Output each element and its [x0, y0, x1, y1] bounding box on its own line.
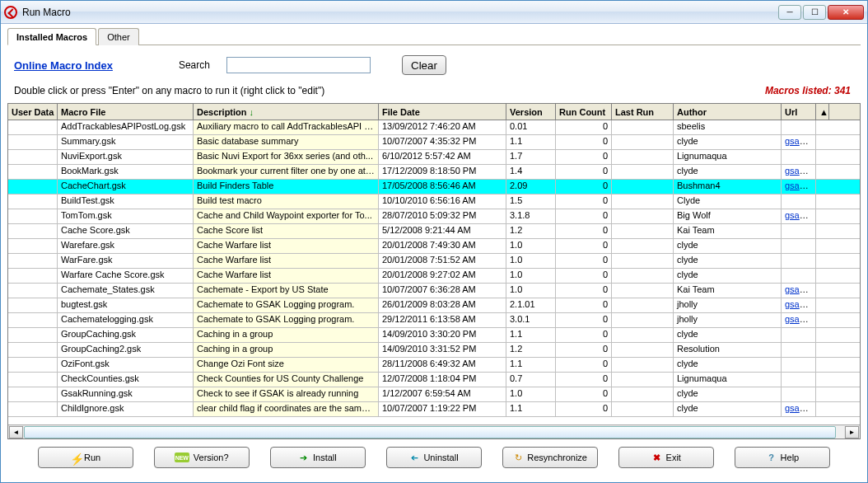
cell-author: Bushman4: [674, 180, 782, 194]
scroll-track[interactable]: [24, 426, 844, 438]
cell-macro-file: ChildIgnore.gsk: [58, 402, 194, 416]
grid-body[interactable]: AddTrackablesAPIPostLog.gskAuxiliary mac…: [8, 120, 860, 424]
col-file-date[interactable]: File Date: [379, 104, 506, 120]
table-row[interactable]: bugtest.gskCachemate to GSAK Logging pro…: [8, 298, 860, 313]
table-row[interactable]: ChildIgnore.gskclear child flag if coord…: [8, 402, 860, 417]
cell-last-run: [612, 195, 674, 209]
cell-last-run: [612, 387, 674, 401]
cell-version: 1.7: [506, 150, 556, 164]
cell-last-run: [612, 358, 674, 372]
table-row[interactable]: GroupCaching.gskCaching in a group14/09/…: [8, 328, 860, 343]
run-button[interactable]: ⚡Run: [38, 447, 133, 468]
table-row[interactable]: Cachematelogging.gskCachemate to GSAK Lo…: [8, 313, 860, 328]
table-row[interactable]: NuviExport.gskBasic Nuvi Export for 36xx…: [8, 150, 860, 165]
cell-description: Cache Warfare list: [194, 254, 379, 268]
x-icon: ✖: [652, 453, 662, 462]
tab-other[interactable]: Other: [98, 28, 139, 45]
close-button[interactable]: ✕: [828, 5, 864, 20]
cell-run-count: 0: [556, 224, 612, 238]
cell-description: Cachemate to GSAK Logging program.: [194, 313, 379, 327]
cell-run-count: 0: [556, 373, 612, 387]
col-run-count[interactable]: Run Count: [556, 104, 612, 120]
cell-author: clyde: [674, 402, 782, 416]
table-row[interactable]: OziFont.gskChange Ozi Font size28/11/200…: [8, 358, 860, 373]
cell-macro-file: WarFare.gsk: [58, 254, 194, 268]
url-link[interactable]: gsak.ne: [785, 284, 816, 294]
table-row[interactable]: GsakRunning.gskCheck to see if GSAK is a…: [8, 387, 860, 402]
cell-url: [782, 224, 816, 238]
minimize-button[interactable]: ─: [778, 5, 801, 20]
cell-description: Cachemate - Export by US State: [194, 284, 379, 298]
cell-description: Check Counties for US County Challenge: [194, 373, 379, 387]
cell-url: gsak.ne: [782, 313, 816, 327]
version-button[interactable]: NEWVersion?: [154, 447, 250, 468]
table-row[interactable]: BookMark.gskBookmark your current filter…: [8, 165, 860, 180]
col-url[interactable]: Url: [782, 104, 816, 120]
cell-version: 1.1: [506, 402, 556, 416]
cell-version: 1.1: [506, 328, 556, 342]
scroll-thumb[interactable]: [24, 426, 836, 438]
exit-button[interactable]: ✖Exit: [618, 447, 714, 468]
url-link[interactable]: gsak.ne: [785, 403, 816, 413]
table-row[interactable]: TomTom.gskCache and Child Waypoint expor…: [8, 209, 860, 224]
cell-url: gsak.ne: [782, 135, 816, 149]
uninstall-button[interactable]: ➔Uninstall: [386, 447, 482, 468]
url-link[interactable]: gsak.ne: [785, 166, 816, 176]
cell-url: [782, 254, 816, 268]
col-description[interactable]: Description↓: [194, 104, 379, 120]
window-title: Run Macro: [22, 7, 778, 18]
cell-user-data: [8, 135, 58, 149]
cell-macro-file: CacheChart.gsk: [58, 180, 194, 194]
cell-file-date: 29/12/2011 6:13:58 AM: [379, 313, 506, 327]
table-row[interactable]: WarFare.gskCache Warfare list20/01/2008 …: [8, 254, 860, 269]
cell-user-data: [8, 284, 58, 298]
table-row[interactable]: AddTrackablesAPIPostLog.gskAuxiliary mac…: [8, 120, 860, 135]
table-row[interactable]: Cachemate_States.gskCachemate - Export b…: [8, 284, 860, 298]
url-link[interactable]: gsak.ne: [785, 181, 816, 190]
table-row[interactable]: GroupCaching2.gskCaching in a group14/09…: [8, 343, 860, 358]
col-version[interactable]: Version: [506, 104, 556, 120]
url-link[interactable]: gsak.ne: [785, 136, 816, 146]
help-button[interactable]: ?Help: [735, 447, 830, 468]
col-macro-file[interactable]: Macro File: [58, 104, 194, 120]
table-row[interactable]: CacheChart.gskBuild Finders Table17/05/2…: [8, 180, 860, 195]
search-input[interactable]: [226, 57, 371, 73]
col-author[interactable]: Author: [674, 104, 782, 120]
maximize-button[interactable]: ☐: [803, 5, 826, 20]
cell-file-date: 20/01/2008 7:49:30 AM: [379, 239, 506, 253]
table-row[interactable]: Cache Score.gskCache Score list5/12/2008…: [8, 224, 860, 239]
cell-author: Lignumaqua: [674, 150, 782, 164]
cell-run-count: 0: [556, 209, 612, 223]
cell-url: [782, 358, 816, 372]
resynchronize-button[interactable]: ↻Resynchronize: [502, 447, 598, 468]
col-user-data[interactable]: User Data: [8, 104, 58, 120]
cell-run-count: 0: [556, 298, 612, 312]
url-link[interactable]: gsak.ne: [785, 299, 816, 309]
clear-button[interactable]: Clear: [402, 55, 446, 75]
cell-description: Cache Warfare list: [194, 269, 379, 283]
install-button[interactable]: ➔Install: [270, 447, 366, 468]
cell-version: 1.0: [506, 284, 556, 298]
cell-url: gsak.ne: [782, 209, 816, 223]
cell-file-date: 1/12/2007 6:59:54 AM: [379, 387, 506, 401]
cell-file-date: 10/07/2007 4:35:32 PM: [379, 135, 506, 149]
hint-text: Double click or press "Enter" on any mac…: [14, 85, 324, 96]
cell-last-run: [612, 269, 674, 283]
table-row[interactable]: CheckCounties.gskCheck Counties for US C…: [8, 373, 860, 387]
table-row[interactable]: Warefare.gskCache Warfare list20/01/2008…: [8, 239, 860, 254]
tab-installed-macros[interactable]: Installed Macros: [7, 28, 96, 45]
arrow-left-icon: ➔: [409, 453, 419, 462]
table-row[interactable]: Warfare Cache Score.gskCache Warfare lis…: [8, 269, 860, 284]
scroll-left-arrow-icon[interactable]: ◄: [9, 426, 23, 438]
cell-user-data: [8, 150, 58, 164]
table-row[interactable]: BuildTest.gskBuild test macro10/10/2010 …: [8, 195, 860, 209]
cell-user-data: [8, 358, 58, 372]
scroll-right-arrow-icon[interactable]: ►: [845, 426, 859, 438]
col-last-run[interactable]: Last Run: [612, 104, 674, 120]
horizontal-scrollbar[interactable]: ◄ ►: [8, 424, 860, 438]
cell-last-run: [612, 254, 674, 268]
url-link[interactable]: gsak.ne: [785, 210, 816, 220]
online-macro-index-link[interactable]: Online Macro Index: [14, 59, 113, 72]
table-row[interactable]: Summary.gskBasic database summary10/07/2…: [8, 135, 860, 150]
url-link[interactable]: gsak.ne: [785, 314, 816, 324]
